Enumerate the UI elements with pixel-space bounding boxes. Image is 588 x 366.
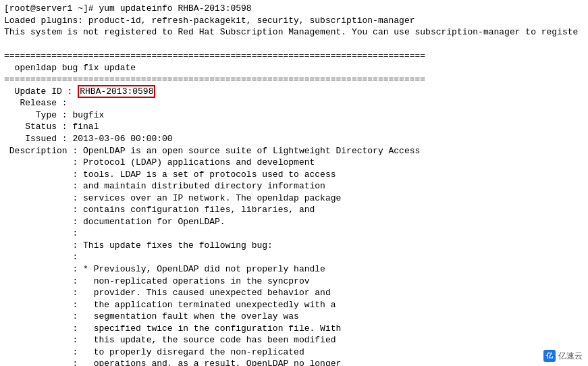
watermark: 亿 亿速云 [543, 350, 583, 362]
watermark-label: 亿速云 [558, 350, 583, 362]
watermark-icon: 亿 [543, 350, 556, 362]
terminal-window: [root@server1 ~]# yum updateinfo RHBA-20… [0, 0, 588, 366]
update-id-highlight: RHBA-2013:0598 [78, 85, 155, 98]
terminal-output: [root@server1 ~]# yum updateinfo RHBA-20… [4, 3, 584, 366]
